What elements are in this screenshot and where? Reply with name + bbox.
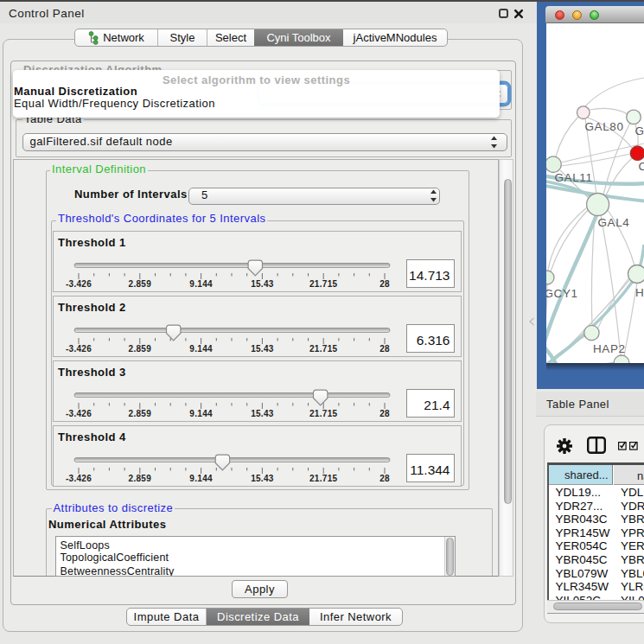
svg-text:GAL4: GAL4: [598, 216, 630, 229]
svg-text:GAL80: GAL80: [585, 120, 624, 133]
svg-text:GAL11: GAL11: [555, 171, 593, 184]
svg-text:C: C: [639, 160, 644, 173]
svg-text:G.: G.: [635, 124, 644, 137]
svg-text:H: H: [635, 286, 644, 299]
svg-text:HAP2: HAP2: [593, 342, 626, 355]
svg-text:GCY1: GCY1: [546, 287, 578, 300]
